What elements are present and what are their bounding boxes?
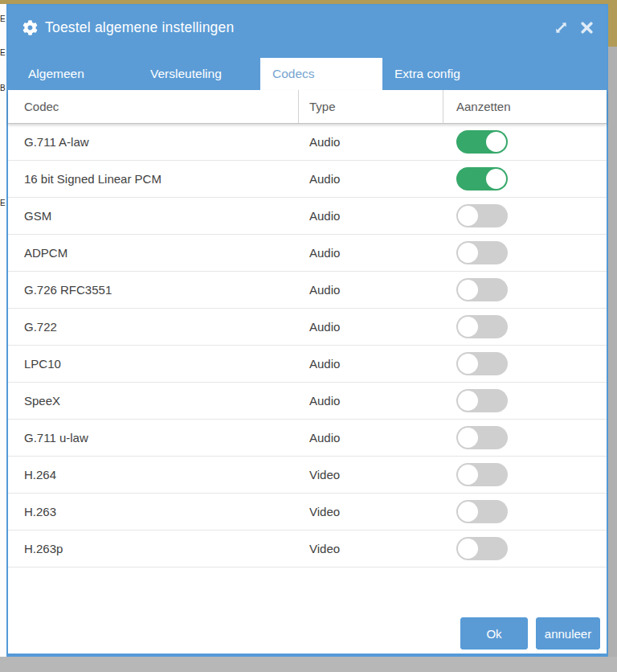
codec-type: Audio: [299, 431, 443, 445]
codec-type: Video: [299, 468, 443, 481]
codec-name: H.264: [8, 468, 299, 481]
codec-type: Audio: [299, 172, 443, 186]
codec-type: Audio: [299, 246, 443, 260]
codec-enable-toggle[interactable]: [456, 426, 508, 449]
maximize-icon[interactable]: [554, 21, 568, 35]
table-row: H.264 Video: [8, 457, 607, 494]
codec-name: G.711 A-law: [8, 135, 299, 149]
toggle-knob: [458, 428, 478, 448]
close-icon[interactable]: [580, 21, 594, 35]
toggle-knob: [458, 243, 478, 263]
table-row: LPC10 Audio: [8, 346, 607, 383]
backdrop-text-fragment: E: [0, 199, 6, 207]
codec-table-header: Codec Type Aanzetten: [8, 90, 607, 124]
tab-versleuteling[interactable]: Versleuteling: [138, 58, 260, 90]
tab-algemeen[interactable]: Algemeen: [16, 58, 138, 90]
tab-bar: Algemeen Versleuteling Codecs Extra conf…: [8, 50, 607, 90]
codec-type: Video: [299, 542, 443, 555]
codec-enable-toggle[interactable]: [456, 278, 508, 301]
table-row: G.722 Audio: [8, 309, 607, 346]
codec-enable-toggle[interactable]: [456, 130, 508, 154]
toggle-knob: [458, 317, 478, 337]
codec-enable-toggle[interactable]: [456, 463, 508, 486]
table-row: G.711 u-law Audio: [8, 420, 607, 457]
empty-area: [8, 568, 607, 617]
backdrop-text-fragment: E: [0, 49, 6, 57]
codec-name: G.726 RFC3551: [8, 283, 299, 297]
column-header-codec[interactable]: Codec: [8, 90, 299, 123]
toggle-knob: [458, 391, 478, 411]
toggle-knob: [486, 132, 506, 152]
codec-table-body: G.711 A-law Audio 16 bit Signed Linear P…: [8, 124, 607, 568]
codec-type: Audio: [299, 135, 443, 149]
codec-name: SpeeX: [8, 394, 299, 408]
table-row: H.263p Video: [8, 531, 607, 568]
backdrop-text-fragment: E: [0, 15, 6, 23]
toggle-knob: [458, 539, 478, 559]
dialog-title-bar: Toestel algemene instellingen: [8, 6, 607, 50]
device-settings-dialog: Toestel algemene instellingen Algemeen V…: [6, 4, 608, 657]
codec-name: G.711 u-law: [8, 431, 299, 445]
codec-name: ADPCM: [8, 246, 299, 260]
codec-enable-toggle[interactable]: [456, 389, 508, 412]
toggle-knob: [458, 354, 478, 374]
codec-enable-toggle[interactable]: [456, 167, 508, 191]
dialog-title: Toestel algemene instellingen: [45, 19, 234, 36]
column-header-type[interactable]: Type: [299, 90, 443, 123]
backdrop-right-strip: [608, 4, 617, 657]
codec-type: Audio: [299, 357, 443, 371]
codec-enable-toggle[interactable]: [456, 537, 508, 560]
codec-enable-toggle[interactable]: [456, 241, 508, 264]
table-row: H.263 Video: [8, 494, 607, 531]
tab-codecs[interactable]: Codecs: [260, 58, 382, 90]
toggle-knob: [458, 465, 478, 485]
codec-name: G.722: [8, 320, 299, 334]
codec-type: Audio: [299, 320, 443, 334]
codec-enable-toggle[interactable]: [456, 315, 508, 338]
codec-name: H.263: [8, 505, 299, 518]
codec-enable-toggle[interactable]: [456, 204, 508, 227]
codec-name: GSM: [8, 209, 299, 223]
backdrop-left-page-sliver: E E B E: [0, 4, 6, 657]
toggle-knob: [486, 169, 506, 189]
table-row: SpeeX Audio: [8, 383, 607, 420]
table-row: ADPCM Audio: [8, 235, 607, 272]
table-row: G.726 RFC3551 Audio: [8, 272, 607, 309]
cancel-button[interactable]: annuleer: [536, 617, 600, 649]
ok-button[interactable]: Ok: [460, 617, 528, 649]
codec-type: Audio: [299, 394, 443, 408]
codec-enable-toggle[interactable]: [456, 352, 508, 375]
toggle-knob: [458, 280, 478, 300]
toggle-knob: [458, 502, 478, 522]
codec-type: Video: [299, 505, 443, 518]
table-row: GSM Audio: [8, 198, 607, 235]
codec-name: 16 bit Signed Linear PCM: [8, 172, 299, 186]
toggle-knob: [458, 206, 478, 226]
gear-icon: [22, 20, 38, 35]
codec-type: Audio: [299, 283, 443, 297]
backdrop-text-fragment: B: [0, 84, 6, 92]
tab-extra-config[interactable]: Extra config: [382, 58, 505, 90]
codec-type: Audio: [299, 209, 443, 223]
backdrop-bottom-strip: [0, 657, 617, 672]
codec-name: LPC10: [8, 357, 299, 371]
column-header-aanzetten[interactable]: Aanzetten: [443, 90, 607, 123]
codec-enable-toggle[interactable]: [456, 500, 508, 523]
codec-name: H.263p: [8, 542, 299, 555]
table-row: G.711 A-law Audio: [8, 124, 607, 161]
dialog-footer: Ok annuleer: [8, 617, 607, 654]
table-row: 16 bit Signed Linear PCM Audio: [8, 161, 607, 198]
